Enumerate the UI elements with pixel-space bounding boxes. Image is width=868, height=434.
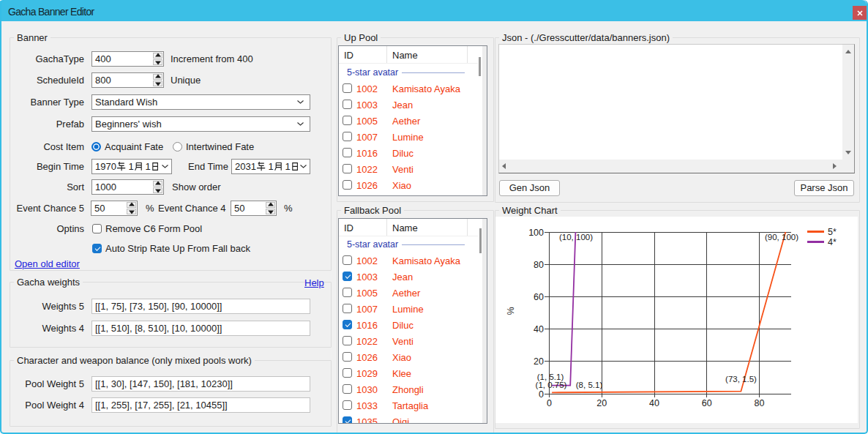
svg-text:80: 80 bbox=[534, 260, 544, 270]
svg-text:(10, 100): (10, 100) bbox=[559, 233, 593, 242]
svg-text:40: 40 bbox=[649, 398, 659, 408]
svg-text:20: 20 bbox=[596, 398, 607, 408]
svg-text:(90, 100): (90, 100) bbox=[765, 233, 798, 242]
svg-text:(73, 1.5): (73, 1.5) bbox=[725, 375, 757, 384]
svg-text:(1, 5.1): (1, 5.1) bbox=[537, 373, 564, 381]
svg-text:(1, 0.75): (1, 0.75) bbox=[536, 381, 567, 389]
svg-text:0: 0 bbox=[547, 398, 552, 408]
svg-text:0: 0 bbox=[539, 389, 544, 400]
svg-text:60: 60 bbox=[534, 292, 544, 302]
svg-text:80: 80 bbox=[755, 398, 765, 408]
svg-text:%: % bbox=[506, 307, 516, 315]
svg-text:40: 40 bbox=[534, 324, 544, 334]
svg-text:100: 100 bbox=[528, 228, 544, 238]
svg-text:60: 60 bbox=[702, 398, 712, 408]
svg-text:(8, 5.1): (8, 5.1) bbox=[576, 381, 603, 389]
svg-text:20: 20 bbox=[534, 356, 544, 367]
svg-text:4*: 4* bbox=[828, 237, 837, 247]
svg-text:5*: 5* bbox=[828, 227, 837, 237]
